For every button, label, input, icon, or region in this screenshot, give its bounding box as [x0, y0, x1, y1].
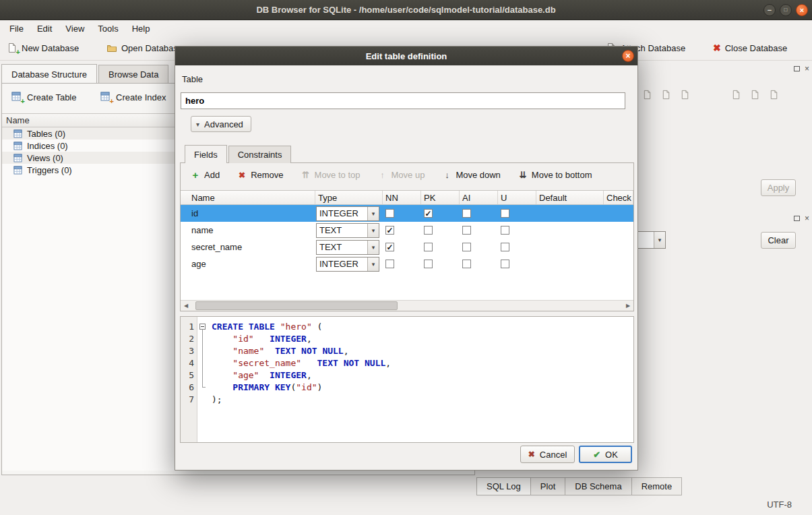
maximize-button[interactable]: □ [780, 4, 792, 16]
tab-constraints[interactable]: Constraints [228, 146, 292, 163]
nn-checkbox[interactable] [385, 209, 394, 218]
column-header-ai[interactable]: AI [460, 191, 498, 204]
move-down-button[interactable]: ↓Move down [439, 168, 503, 182]
nn-cell [383, 255, 421, 272]
column-header-u[interactable]: U [498, 191, 536, 204]
menu-item-help[interactable]: Help [125, 22, 157, 35]
pk-checkbox[interactable] [424, 226, 433, 235]
field-row-age[interactable]: ageINTEGER▾ [181, 255, 633, 272]
u-checkbox[interactable] [501, 226, 509, 235]
type-combobox[interactable]: TEXT▾ [316, 240, 379, 255]
encoding-indicator[interactable]: UTF-8 [767, 499, 792, 510]
scrollbar-thumb[interactable] [195, 301, 398, 310]
pk-checkbox[interactable] [424, 243, 433, 251]
code-token: ) [317, 382, 323, 392]
code-token: "secret_name" [232, 358, 301, 368]
ai-cell [460, 239, 498, 255]
create-index-icon: + [100, 92, 111, 102]
ai-checkbox[interactable] [462, 260, 471, 268]
dialog-close-button[interactable]: × [622, 50, 634, 62]
scroll-left-button[interactable]: ◀ [181, 301, 191, 311]
advanced-button[interactable]: ▾ Advanced [191, 116, 251, 132]
tab-browse-data[interactable]: Browse Data [98, 65, 168, 84]
type-combobox[interactable]: TEXT▾ [316, 223, 379, 238]
minimize-button[interactable]: − [763, 4, 776, 16]
nn-checkbox[interactable]: ✓ [385, 226, 394, 235]
ai-cell [460, 222, 498, 239]
close-dock-icon[interactable]: × [805, 65, 809, 73]
edit-table-dialog: Edit table definition × Table ▾ Advanced… [175, 46, 638, 471]
apply-button[interactable]: Apply [761, 179, 796, 196]
field-row-name[interactable]: nameTEXT▾✓ [181, 222, 633, 239]
create-table-button[interactable]: + Create Table [7, 88, 80, 106]
ok-button[interactable]: ✔ OK [579, 446, 632, 463]
dock-toolbar-icon[interactable] [640, 88, 654, 101]
close-window-button[interactable]: × [796, 4, 808, 16]
close-dock-icon[interactable]: × [805, 214, 809, 222]
code-token: , [307, 370, 312, 380]
dock-toolbar-icon[interactable] [659, 88, 673, 101]
create-index-button[interactable]: + Create Index [96, 88, 170, 106]
column-header-default[interactable]: Default [536, 191, 604, 204]
column-header-check[interactable]: Check [604, 191, 633, 204]
clear-button[interactable]: Clear [761, 232, 796, 249]
type-combobox[interactable]: INTEGER▾ [316, 206, 379, 221]
move-bottom-button[interactable]: ⇊Move to bottom [515, 168, 596, 182]
menu-item-tools[interactable]: Tools [91, 22, 125, 35]
column-header-name[interactable]: Name [181, 191, 315, 204]
dock-toolbar-icon[interactable] [767, 88, 780, 101]
tree-item-label: Triggers (0) [27, 165, 72, 175]
field-type-cell: INTEGER▾ [315, 205, 383, 222]
u-checkbox[interactable] [501, 209, 509, 218]
remove-button[interactable]: ✖Remove [234, 168, 286, 182]
table-name-input[interactable] [181, 92, 625, 109]
bottom-tab-sql-log[interactable]: SQL Log [476, 477, 531, 495]
fold-collapse-icon[interactable] [199, 324, 206, 330]
close-icon: × [625, 52, 630, 60]
nn-checkbox[interactable] [385, 260, 394, 268]
scroll-right-button[interactable]: ▶ [623, 301, 633, 311]
bottom-tab-plot[interactable]: Plot [530, 477, 565, 495]
column-header-pk[interactable]: PK [421, 191, 460, 204]
ai-checkbox[interactable] [462, 243, 471, 251]
ai-checkbox[interactable] [462, 226, 471, 235]
dialog-title: Edit table definition [366, 51, 447, 61]
menu-item-view[interactable]: View [59, 22, 91, 35]
float-dock-icon[interactable] [794, 66, 800, 71]
check-cell [604, 255, 633, 272]
type-combobox[interactable]: INTEGER▾ [316, 257, 379, 272]
scrollbar-track[interactable] [191, 301, 623, 311]
button-label: Move down [456, 170, 500, 180]
column-header-type[interactable]: Type [315, 191, 383, 204]
field-row-secret_name[interactable]: secret_nameTEXT▾✓ [181, 239, 633, 255]
bottom-tab-remote[interactable]: Remote [631, 477, 683, 495]
menu-item-edit[interactable]: Edit [30, 22, 59, 35]
window-titlebar: DB Browser for SQLite - /home/user/code/… [0, 0, 812, 20]
dock-toolbar-icon[interactable] [748, 88, 761, 101]
bottom-tab-db-schema[interactable]: DB Schema [565, 477, 631, 495]
menu-item-file[interactable]: File [3, 22, 30, 35]
tab-fields[interactable]: Fields [185, 145, 227, 163]
button-label: Clear [768, 235, 788, 245]
column-header-nn[interactable]: NN [383, 191, 421, 204]
dock-toolbar-icon[interactable] [678, 88, 691, 101]
field-row-id[interactable]: idINTEGER▾✓ [181, 205, 633, 222]
window-controls: − □ × [763, 4, 808, 16]
ai-cell [460, 255, 498, 272]
pk-checkbox[interactable] [424, 260, 433, 268]
horizontal-scrollbar[interactable]: ◀ ▶ [181, 300, 633, 311]
dock-toolbar-icon[interactable] [729, 88, 743, 101]
new-database-button[interactable]: + New Database [3, 38, 83, 57]
nn-checkbox[interactable]: ✓ [385, 243, 394, 251]
u-checkbox[interactable] [501, 260, 509, 268]
code-token: CREATE TABLE [212, 322, 280, 332]
code-token: INTEGER [270, 334, 307, 344]
close-database-button[interactable]: ✖ Close Database [709, 38, 791, 57]
add-button[interactable]: +Add [187, 167, 223, 183]
tab-database-structure[interactable]: Database Structure [1, 64, 97, 84]
float-dock-icon[interactable] [794, 216, 800, 221]
ai-checkbox[interactable] [462, 209, 471, 218]
pk-checkbox[interactable]: ✓ [424, 209, 433, 218]
u-checkbox[interactable] [501, 243, 509, 251]
cancel-button[interactable]: ✖ Cancel [520, 446, 575, 463]
